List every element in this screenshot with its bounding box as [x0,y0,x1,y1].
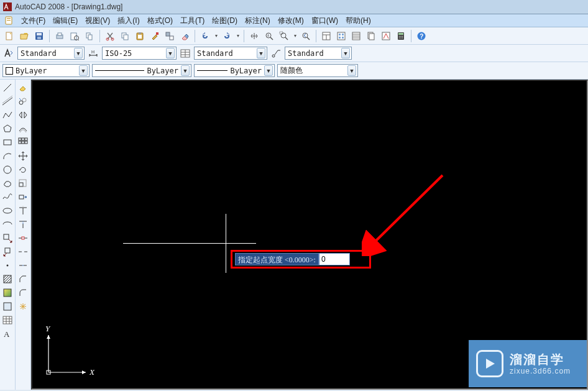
redo-dropdown[interactable]: ▾ [235,29,241,43]
properties-button[interactable] [319,29,333,43]
line-tool[interactable] [1,81,14,94]
block-editor-button[interactable] [163,29,177,43]
linetype-combo[interactable]: ByLayer▼ [92,64,191,77]
trim-tool[interactable] [16,204,30,217]
table-style-icon[interactable] [179,47,191,60]
undo-button[interactable] [198,29,212,43]
scale-tool[interactable] [16,177,30,190]
design-center-button[interactable] [334,29,348,43]
mirror-tool[interactable] [16,108,30,121]
extend-tool[interactable] [16,218,30,231]
make-block-tool[interactable] [1,245,14,258]
break-tool[interactable] [16,245,30,258]
svg-line-106 [373,175,443,244]
menu-edit[interactable]: 编辑(E) [49,14,81,27]
zoom-window-button[interactable] [277,29,291,43]
multileader-style-combo[interactable]: Standard▼ [285,47,352,60]
insert-block-tool[interactable] [1,231,14,244]
mtext-tool[interactable]: A [1,327,14,340]
revcloud-tool[interactable] [1,177,14,190]
dynamic-value-input[interactable] [319,253,350,265]
text-style-icon[interactable] [2,47,15,60]
copy-tool[interactable] [16,94,30,108]
arc-tool[interactable] [1,149,14,162]
sheet-set-button[interactable] [364,29,378,43]
paste-button[interactable] [133,29,147,43]
undo-dropdown[interactable]: ▾ [213,29,219,43]
multileader-style-icon[interactable] [270,47,282,60]
move-tool[interactable] [16,149,30,162]
zoom-previous-button[interactable] [299,29,313,43]
open-button[interactable] [17,29,31,43]
menu-file[interactable]: 文件(F) [17,14,49,27]
table-tool[interactable] [1,313,14,326]
table-style-combo[interactable]: Standard▼ [194,47,267,60]
menu-tools[interactable]: 工具(T) [177,14,208,27]
region-tool[interactable] [1,300,14,313]
chevron-down-icon[interactable]: ▼ [74,48,83,58]
menu-dim[interactable]: 标注(N) [241,14,274,27]
menu-window[interactable]: 窗口(W) [308,14,342,27]
new-button[interactable] [2,29,16,43]
publish-button[interactable] [83,29,96,43]
menu-insert[interactable]: 插入(I) [114,14,143,27]
offset-tool[interactable] [16,122,30,135]
markup-button[interactable] [379,29,393,43]
chamfer-tool[interactable] [16,272,30,285]
menu-view[interactable]: 视图(V) [81,14,114,27]
polygon-tool[interactable] [1,122,14,135]
chevron-down-icon[interactable]: ▼ [79,65,88,76]
lineweight-combo[interactable]: ByLayer▼ [194,64,275,77]
color-combo[interactable]: ByLayer▼ [2,64,90,77]
zoom-dropdown[interactable]: ▾ [292,29,298,43]
rectangle-tool[interactable] [1,136,14,149]
plot-button[interactable] [53,29,67,43]
cut-button[interactable] [103,29,117,43]
chevron-down-icon[interactable]: ▼ [264,65,273,76]
stretch-tool[interactable] [16,190,30,203]
chevron-down-icon[interactable]: ▼ [347,65,356,76]
help-button[interactable]: ? [415,29,428,43]
plot-style-combo[interactable]: 随颜色▼ [277,64,358,77]
circle-tool[interactable] [1,163,14,176]
text-style-combo[interactable]: Standard▼ [17,47,85,60]
polyline-tool[interactable] [1,108,14,121]
menu-format[interactable]: 格式(O) [144,14,177,27]
point-tool[interactable] [1,259,14,272]
ellipse-tool[interactable] [1,204,14,217]
join-tool[interactable] [16,259,30,272]
xline-tool[interactable] [1,94,14,108]
svg-text:?: ? [420,33,423,40]
match-prop-button[interactable] [148,29,162,43]
rotate-tool[interactable] [16,163,30,176]
erase-tool[interactable] [16,81,30,94]
save-button[interactable] [32,29,46,43]
dim-style-combo[interactable]: ISO-25▼ [102,47,177,60]
dim-style-icon[interactable]: H [87,47,99,60]
zoom-realtime-button[interactable]: ± [262,29,276,43]
tool-palette-button[interactable] [349,29,363,43]
spline-tool[interactable] [1,190,14,203]
break-at-point-tool[interactable] [16,231,30,244]
menu-draw[interactable]: 绘图(D) [208,14,241,27]
quickcalc-button[interactable] [394,29,408,43]
copy-button[interactable] [118,29,132,43]
chevron-down-icon[interactable]: ▼ [257,48,265,58]
gradient-tool[interactable] [1,286,14,299]
chevron-down-icon[interactable]: ▼ [181,65,190,76]
chevron-down-icon[interactable]: ▼ [341,48,350,58]
array-tool[interactable] [16,136,30,149]
plot-preview-button[interactable] [68,29,81,43]
menu-modify[interactable]: 修改(M) [274,14,308,27]
pan-button[interactable] [247,29,261,43]
hatch-tool[interactable] [1,272,14,285]
ellipse-arc-tool[interactable] [1,218,14,231]
fillet-tool[interactable] [16,286,30,299]
erase-button[interactable] [178,29,191,43]
chevron-down-icon[interactable]: ▼ [166,48,175,58]
lineweight-sample-icon [197,70,227,71]
drawing-canvas[interactable]: 指定起点宽度 <0.0000>: X Y 溜溜自学 zixue.3d66.c [31,80,588,390]
redo-button[interactable] [220,29,234,43]
explode-tool[interactable] [16,300,30,313]
menu-help[interactable]: 帮助(H) [342,14,375,27]
